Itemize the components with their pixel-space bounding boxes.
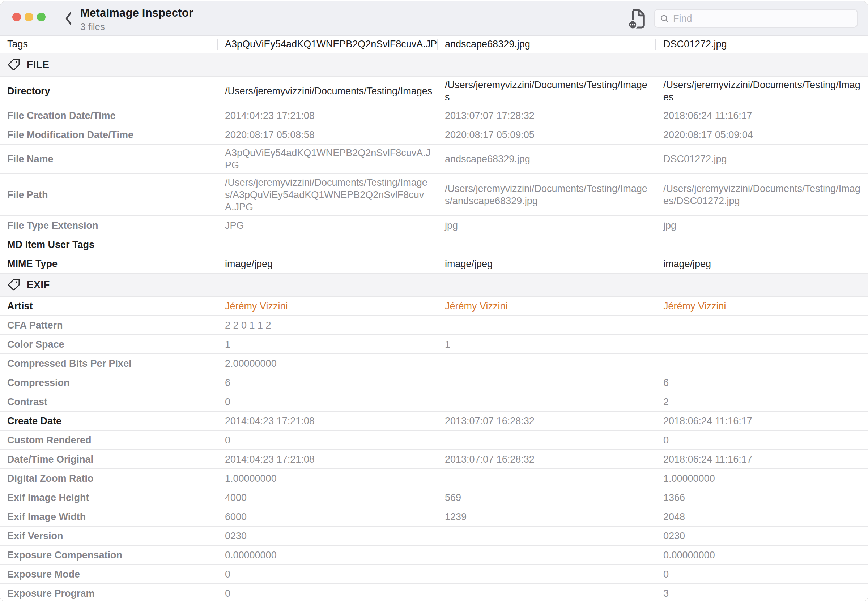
row-value[interactable]: Jérémy Vizzini [656,298,868,314]
row-value[interactable]: 2020:08:17 05:08:58 [217,127,437,143]
close-button[interactable] [12,13,21,21]
row-value[interactable]: 569 [437,489,656,506]
row-value[interactable] [437,591,656,596]
row-value[interactable]: /Users/jeremyvizzini/Documents/Testing/I… [217,174,437,215]
column-header-file-3[interactable]: DSC01272.jpg [656,36,868,53]
row-value[interactable]: 2 [656,394,868,410]
row-value[interactable] [437,243,656,247]
row-value[interactable]: DSC01272.jpg [656,151,868,167]
metadata-row: File Name A3pQuViEy54adKQ1WNEPB2Q2nSvlF8… [0,145,868,174]
row-value[interactable]: A3pQuViEy54adKQ1WNEPB2Q2nSvlF8cuvA.JPG [217,145,437,174]
tag-icon [7,58,20,71]
row-value[interactable]: Jérémy Vizzini [437,298,656,314]
zoom-button[interactable] [37,13,46,21]
row-value[interactable]: 2.00000000 [217,355,437,372]
row-value[interactable] [437,476,656,480]
row-value[interactable]: 6000 [217,508,437,525]
row-value[interactable]: /Users/jeremyvizzini/Documents/Testing/I… [437,180,656,209]
row-value[interactable]: jpg [437,217,656,234]
row-value[interactable]: 4000 [217,489,437,506]
row-value[interactable]: 0230 [217,528,437,544]
titlebar: MetaImage Inspector 3 files [0,1,868,36]
row-value[interactable]: 2020:08:17 05:09:05 [437,127,656,143]
row-value[interactable]: 2 2 0 1 1 2 [217,317,437,334]
row-label: MIME Type [0,256,217,272]
column-header-file-1[interactable]: A3pQuViEy54adKQ1WNEPB2Q2nSvlF8cuvA.JPG [217,36,437,53]
metadata-row: Digital Zoom Ratio 1.00000000 1.00000000 [0,469,868,488]
file-count: 3 files [80,21,193,32]
section-header[interactable]: EXIF [0,274,868,297]
row-value[interactable] [437,400,656,404]
row-value[interactable]: jpg [656,217,868,234]
row-value[interactable]: 1239 [437,508,656,525]
row-value[interactable]: 6 [656,374,868,391]
row-value[interactable]: 1.00000000 [656,470,868,487]
row-value[interactable]: /Users/jeremyvizzini/Documents/Testing/I… [437,76,656,105]
row-value[interactable]: 0.00000000 [217,547,437,563]
row-value[interactable] [437,438,656,442]
row-value[interactable]: 2014:04:23 17:21:08 [217,107,437,124]
row-value[interactable]: image/jpeg [217,256,437,272]
back-button[interactable] [61,10,77,27]
row-value[interactable]: 2048 [656,508,868,525]
row-label: File Modification Date/Time [0,127,217,143]
section-header[interactable]: FILE [0,53,868,76]
row-value[interactable]: JPG [217,217,437,234]
title-block: MetaImage Inspector 3 files [80,6,193,32]
row-value[interactable]: image/jpeg [656,256,868,272]
metadata-row: MIME Type image/jpeg image/jpeg image/jp… [0,255,868,274]
row-value[interactable]: 2018:06:24 11:16:17 [656,451,868,468]
row-value[interactable]: andscape68329.jpg [437,151,656,167]
row-value[interactable]: 2013:07:07 17:28:32 [437,107,656,124]
row-value[interactable] [656,342,868,346]
table-header-row: Tags A3pQuViEy54adKQ1WNEPB2Q2nSvlF8cuvA.… [0,36,868,53]
row-value[interactable]: 0 [217,432,437,448]
row-label: File Type Extension [0,217,217,234]
column-header-tags[interactable]: Tags [0,36,217,53]
row-value[interactable]: Jérémy Vizzini [217,298,437,314]
row-value[interactable]: 0230 [656,528,868,544]
row-value[interactable] [656,243,868,247]
row-value[interactable]: 0 [217,394,437,410]
row-value[interactable]: 2020:08:17 05:09:04 [656,127,868,143]
row-value[interactable] [217,243,437,247]
row-value[interactable] [437,381,656,385]
row-value[interactable]: 3 [656,585,868,601]
row-value[interactable]: image/jpeg [437,256,656,272]
row-value[interactable]: /Users/jeremyvizzini/Documents/Testing/I… [656,180,868,209]
row-value[interactable]: 0 [217,566,437,583]
row-value[interactable] [656,323,868,327]
row-value[interactable] [437,323,656,327]
row-value[interactable] [437,553,656,557]
tag-icon [7,278,20,291]
row-value[interactable]: 6 [217,374,437,391]
row-value[interactable]: 2013:07:07 16:28:32 [437,413,656,429]
row-value[interactable]: /Users/jeremyvizzini/Documents/Testing/I… [217,83,437,99]
row-value[interactable]: 0 [656,566,868,583]
metadata-row: Exif Version 0230 0230 [0,526,868,546]
row-value[interactable] [437,572,656,577]
row-value[interactable] [656,362,868,366]
row-value[interactable] [437,362,656,366]
row-value[interactable]: /Users/jeremyvizzini/Documents/Testing/I… [656,76,868,105]
row-value[interactable]: 1366 [656,489,868,506]
file-actions-button[interactable] [623,6,650,31]
row-value[interactable]: 0 [656,432,868,448]
row-value[interactable]: 1 [217,336,437,353]
find-input[interactable] [673,13,852,24]
row-value[interactable]: 2013:07:07 16:28:32 [437,451,656,468]
metadata-row: Exif Image Height 4000 569 1366 [0,488,868,507]
minimize-button[interactable] [24,13,33,21]
row-label: Color Space [0,336,217,353]
metadata-row: Contrast 0 2 [0,392,868,412]
row-value[interactable]: 2018:06:24 11:16:17 [656,413,868,429]
row-value[interactable] [437,534,656,538]
row-value[interactable]: 2014:04:23 17:21:08 [217,413,437,429]
row-value[interactable]: 0 [217,585,437,601]
row-value[interactable]: 0.00000000 [656,547,868,563]
row-value[interactable]: 2014:04:23 17:21:08 [217,451,437,468]
row-value[interactable]: 1 [437,336,656,353]
row-value[interactable]: 2018:06:24 11:16:17 [656,107,868,124]
column-header-file-2[interactable]: andscape68329.jpg [437,36,656,53]
row-value[interactable]: 1.00000000 [217,470,437,487]
